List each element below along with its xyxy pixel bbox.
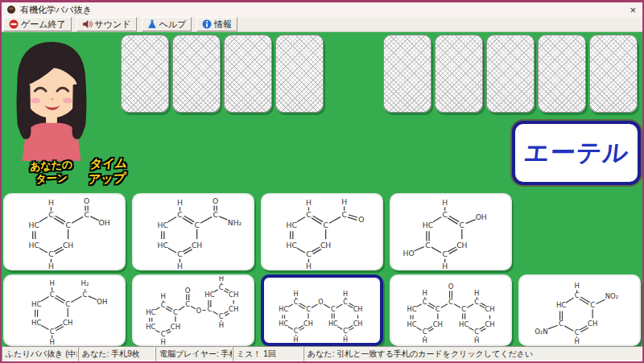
player-card-diphenyl-ether[interactable]: HCCCHCHHCHCOCCHCHCHCHHC xyxy=(261,274,383,346)
svg-text:O₂N: O₂N xyxy=(535,328,547,336)
svg-text:CH: CH xyxy=(588,320,597,328)
svg-text:H: H xyxy=(177,198,183,207)
opponent-card-back[interactable] xyxy=(224,35,272,113)
time-up-line1: タイム xyxy=(80,155,137,172)
status-cpu-cards: 電脳プレイヤー: 手札9枚 xyxy=(155,346,233,361)
svg-text:H: H xyxy=(442,262,448,269)
player-card-benzoic-acid[interactable]: HCCCHCHHCHCCOOH xyxy=(3,193,126,270)
svg-text:O: O xyxy=(84,196,89,205)
your-turn-line2: ターン xyxy=(18,171,86,188)
svg-text:HC: HC xyxy=(407,305,416,313)
svg-text:HC: HC xyxy=(31,300,41,308)
player-avatar xyxy=(6,35,97,163)
player-card-benzyl-alcohol[interactable]: HCCCHCHHCHCCH₂OH xyxy=(3,274,126,346)
svg-text:H: H xyxy=(474,336,479,344)
player-card-benzophenone[interactable]: HCCCHCHHCHCCOCCHCHCHCHHC xyxy=(390,274,512,346)
your-turn-label: あなたの ターン xyxy=(17,158,86,188)
svg-text:CH: CH xyxy=(303,320,313,328)
molecule-hydroquinone: HCCCHCHCHCOHHO xyxy=(391,195,510,269)
opponent-card-back[interactable] xyxy=(486,35,535,113)
svg-text:CH: CH xyxy=(63,241,73,250)
svg-text:C: C xyxy=(575,291,580,299)
opponent-card-back[interactable] xyxy=(589,35,638,113)
svg-text:C: C xyxy=(425,241,430,250)
draw-card-label: エーテル xyxy=(522,136,631,170)
svg-text:C: C xyxy=(306,250,311,258)
opponent-card-back[interactable] xyxy=(172,35,221,113)
svg-text:HC: HC xyxy=(328,320,338,328)
svg-text:C: C xyxy=(50,328,55,336)
molecule-benzyl-alcohol: HCCCHCHHCHCCH₂OH xyxy=(5,276,124,344)
draw-card: エーテル xyxy=(512,121,641,185)
svg-text:H: H xyxy=(219,321,224,329)
svg-text:O: O xyxy=(196,307,201,315)
sound-label: サウンド xyxy=(95,19,131,31)
close-icon[interactable]: × xyxy=(630,5,636,16)
svg-text:C: C xyxy=(323,221,328,229)
svg-text:HC: HC xyxy=(459,320,469,328)
player-card-benzaldehyde[interactable]: HCCCHCHHCHCCHO xyxy=(261,193,383,270)
svg-text:C: C xyxy=(575,328,580,336)
svg-text:CH: CH xyxy=(171,323,180,331)
status-bar: ふたりババ抜き (中級) あなた: 手札9枚 電脳プレイヤー: 手札9枚 ミス！… xyxy=(2,346,642,361)
player-card-benzamide[interactable]: HCCCHCHHCHCCONH₂ xyxy=(132,193,254,270)
opponent-hand-group-1 xyxy=(121,35,324,113)
svg-text:H: H xyxy=(294,290,299,298)
player-card-phenyl-benzoate[interactable]: HCCCHCHHCHCCOOCHCCHCHCHCH xyxy=(132,274,254,346)
svg-text:C: C xyxy=(559,320,564,328)
app-window: 有機化学ババ抜き × ゲーム終了 サウンド ヘルプ xyxy=(0,0,644,363)
opponent-card-back[interactable] xyxy=(275,35,324,113)
svg-text:H: H xyxy=(574,337,579,344)
svg-text:HO: HO xyxy=(402,249,414,258)
svg-text:O: O xyxy=(448,283,454,291)
svg-text:OH: OH xyxy=(97,298,107,306)
svg-text:CH: CH xyxy=(353,305,363,313)
toolbar: ゲーム終了 サウンド ヘルプ 情報 xyxy=(2,17,642,32)
quit-icon xyxy=(9,19,19,29)
svg-text:HC: HC xyxy=(287,241,297,250)
svg-text:HC: HC xyxy=(423,221,433,229)
game-table: あなたの ターン タイム アップ エーテル HCCCHCHHCHCCOOHHCC… xyxy=(2,32,642,346)
svg-text:H: H xyxy=(160,338,165,344)
svg-text:C: C xyxy=(83,291,88,299)
svg-text:H: H xyxy=(442,198,448,207)
opponent-card-back[interactable] xyxy=(121,35,169,113)
opponent-hand-group-2 xyxy=(383,35,638,113)
svg-text:HC: HC xyxy=(146,323,155,331)
svg-text:C: C xyxy=(65,221,70,229)
svg-text:C: C xyxy=(306,210,311,219)
info-button[interactable]: 情報 xyxy=(196,17,237,31)
svg-text:NH₂: NH₂ xyxy=(228,218,242,227)
svg-text:C: C xyxy=(84,210,89,219)
svg-text:C: C xyxy=(423,328,427,336)
svg-text:C: C xyxy=(474,298,479,306)
svg-text:C: C xyxy=(161,301,166,309)
game-quit-button[interactable]: ゲーム終了 xyxy=(3,17,72,31)
svg-text:O: O xyxy=(318,298,323,306)
svg-text:HC: HC xyxy=(279,305,288,313)
svg-text:H: H xyxy=(49,279,54,287)
app-icon xyxy=(6,5,16,14)
svg-text:O: O xyxy=(185,287,191,295)
opponent-card-back[interactable] xyxy=(435,35,483,113)
opponent-card-back[interactable] xyxy=(383,35,431,113)
svg-text:CH: CH xyxy=(192,241,202,250)
svg-text:OH: OH xyxy=(99,218,110,227)
svg-text:CH: CH xyxy=(456,241,467,250)
svg-text:CH: CH xyxy=(485,320,494,328)
svg-text:H: H xyxy=(48,262,54,269)
opponent-card-back[interactable] xyxy=(538,35,586,113)
help-button[interactable]: ヘルプ xyxy=(142,17,192,31)
player-card-hydroquinone[interactable]: HCCCHCHCHCOHHO xyxy=(390,193,512,270)
sound-button[interactable]: サウンド xyxy=(76,17,137,31)
svg-text:C: C xyxy=(161,330,166,338)
molecule-benzophenone: HCCCHCHHCHCCOCCHCHCHCHHC xyxy=(391,276,510,344)
svg-text:H: H xyxy=(48,198,54,207)
player-card-dinitrobenzene[interactable]: HCCCHCHCHCNO₂O₂N xyxy=(518,274,641,346)
svg-text:HC: HC xyxy=(556,301,566,309)
svg-text:O: O xyxy=(358,215,364,224)
svg-text:C: C xyxy=(294,298,299,306)
svg-text:C: C xyxy=(474,328,479,336)
help-label: ヘルプ xyxy=(159,19,187,31)
svg-text:C: C xyxy=(590,301,595,309)
